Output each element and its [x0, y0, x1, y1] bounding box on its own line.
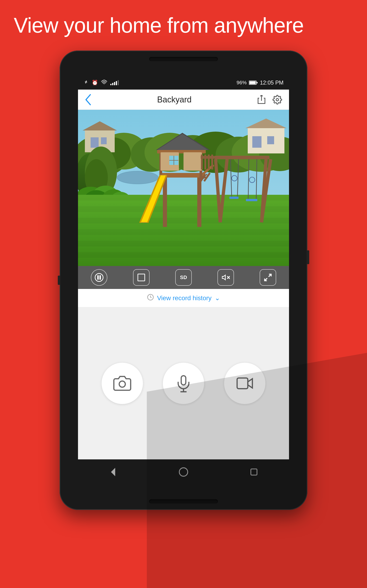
svg-rect-94 [181, 376, 186, 385]
status-time: 12:05 PM [260, 79, 284, 86]
device-screen: ⏰ [78, 76, 289, 485]
battery-icon [249, 80, 258, 85]
history-chevron-icon: ⌄ [215, 294, 220, 302]
mute-button[interactable] [217, 269, 234, 286]
page-headline: View your home from anywhere [14, 14, 353, 37]
wifi-icon [101, 80, 107, 86]
svg-rect-38 [78, 218, 289, 224]
bluetooth-icon [83, 79, 89, 86]
record-video-button[interactable] [224, 363, 265, 404]
svg-rect-85 [100, 275, 101, 280]
navigation-bar [78, 459, 289, 485]
signal-bars [110, 80, 119, 85]
record-history-bar: View record history ⌄ [78, 289, 289, 307]
nav-home-button[interactable] [174, 463, 193, 481]
svg-rect-19 [91, 137, 99, 148]
svg-rect-86 [138, 274, 145, 281]
sd-label: SD [180, 275, 187, 280]
svg-rect-51 [184, 152, 202, 171]
svg-point-93 [119, 381, 125, 387]
camera-feed [78, 110, 289, 266]
svg-rect-41 [78, 252, 289, 258]
svg-rect-101 [251, 469, 257, 475]
svg-rect-75 [246, 199, 257, 201]
svg-rect-40 [78, 241, 289, 246]
status-bar: ⏰ [78, 76, 289, 90]
svg-rect-72 [229, 197, 239, 199]
alarm-icon: ⏰ [92, 80, 98, 86]
speaker-bottom [149, 499, 218, 503]
svg-point-0 [104, 84, 104, 84]
header-action-icons [257, 95, 282, 104]
camera-title: Backyard [157, 95, 192, 104]
svg-rect-20 [101, 137, 107, 144]
svg-marker-87 [222, 275, 225, 280]
svg-rect-84 [97, 275, 99, 280]
svg-rect-24 [267, 136, 274, 144]
snapshot-button[interactable] [102, 363, 143, 404]
svg-rect-2 [257, 82, 258, 83]
app-header: Backyard [78, 90, 289, 110]
svg-rect-97 [237, 378, 248, 389]
volume-button[interactable] [58, 276, 60, 285]
svg-point-100 [179, 468, 188, 476]
pause-button[interactable] [91, 269, 107, 286]
actions-area [78, 307, 289, 459]
back-button[interactable] [85, 94, 92, 105]
svg-rect-39 [78, 229, 289, 235]
stop-button[interactable] [133, 269, 150, 286]
nav-recents-button[interactable] [245, 463, 263, 481]
tablet-device: ⏰ [60, 51, 307, 510]
svg-marker-98 [248, 379, 252, 388]
history-icon [147, 294, 154, 302]
speaker-top [149, 57, 218, 61]
view-record-history-link[interactable]: View record history [157, 294, 212, 302]
quality-button[interactable]: SD [175, 269, 192, 286]
camera-controls-bar: SD [78, 266, 289, 289]
svg-rect-65 [215, 156, 269, 159]
fullscreen-button[interactable] [260, 269, 276, 286]
share-button[interactable] [257, 95, 266, 104]
settings-button[interactable] [273, 95, 282, 104]
nav-back-button[interactable] [104, 463, 122, 481]
svg-point-5 [276, 98, 279, 101]
svg-rect-3 [249, 81, 256, 84]
status-icons-left: ⏰ [83, 79, 119, 86]
svg-rect-37 [78, 206, 289, 212]
power-button[interactable] [307, 250, 309, 264]
status-icons-right: 96% 12:05 PM [236, 79, 284, 86]
backyard-scene [78, 110, 289, 266]
svg-point-83 [95, 274, 103, 282]
battery-percent: 96% [236, 80, 247, 86]
microphone-button[interactable] [163, 363, 204, 404]
svg-rect-23 [252, 136, 261, 148]
svg-marker-99 [111, 468, 115, 476]
